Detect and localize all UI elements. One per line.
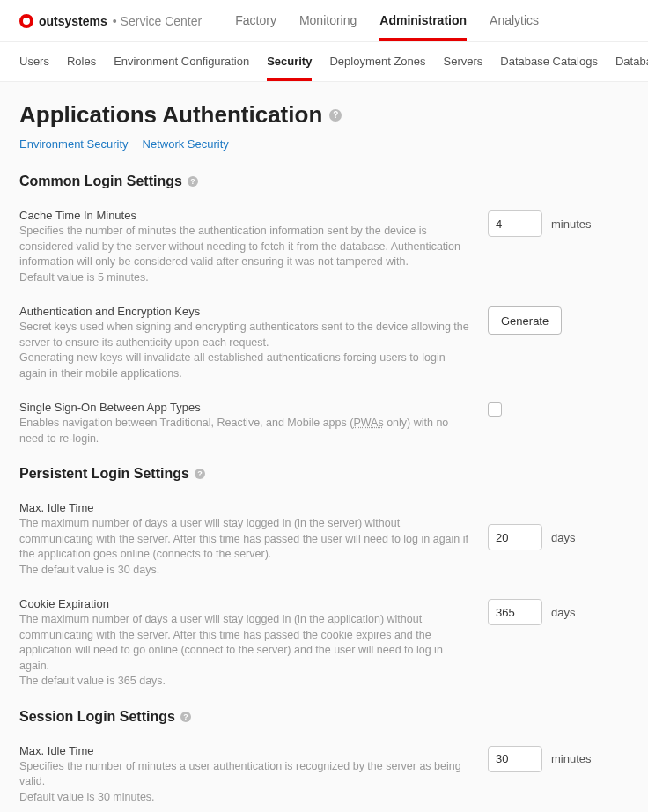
topnav-administration[interactable]: Administration bbox=[379, 1, 467, 41]
help-icon[interactable]: ? bbox=[188, 176, 198, 187]
pwas-tooltip[interactable]: PWAs bbox=[353, 417, 383, 429]
setting-label: Cache Time In Minutes bbox=[19, 209, 474, 222]
unit-label: days bbox=[551, 531, 575, 544]
page-title-text: Applications Authentication bbox=[19, 101, 322, 129]
setting-auth-keys: Authentication and Encryption Keys Secre… bbox=[19, 305, 629, 381]
subnav-users[interactable]: Users bbox=[19, 42, 49, 81]
brand-name: outsystems bbox=[39, 14, 107, 28]
setting-text: Single Sign-On Between App Types Enables… bbox=[19, 401, 474, 447]
setting-session-idle: Max. Idle Time Specifies the number of m… bbox=[19, 744, 629, 806]
brand-logo: outsystems • Service Center bbox=[19, 14, 202, 28]
section-common-heading-text: Common Login Settings bbox=[19, 173, 182, 189]
sub-nav: Users Roles Environment Configuration Se… bbox=[0, 42, 648, 82]
setting-label: Max. Idle Time bbox=[19, 744, 474, 757]
setting-label: Cookie Expiration bbox=[19, 597, 474, 610]
cookie-expiration-input[interactable] bbox=[488, 599, 542, 625]
top-nav: Factory Monitoring Administration Analyt… bbox=[235, 1, 539, 41]
link-network-security[interactable]: Network Security bbox=[143, 137, 229, 151]
unit-label: minutes bbox=[551, 752, 592, 765]
setting-text: Authentication and Encryption Keys Secre… bbox=[19, 305, 474, 381]
topnav-factory[interactable]: Factory bbox=[235, 1, 276, 41]
setting-control bbox=[488, 401, 629, 417]
setting-label: Single Sign-On Between App Types bbox=[19, 401, 474, 414]
setting-desc: Secret keys used when signing and encryp… bbox=[19, 320, 474, 381]
setting-cache-time: Cache Time In Minutes Specifies the numb… bbox=[19, 209, 629, 285]
setting-desc: The maximum number of days a user will s… bbox=[19, 516, 474, 578]
topnav-monitoring[interactable]: Monitoring bbox=[299, 1, 357, 41]
cache-time-input[interactable] bbox=[488, 210, 542, 237]
subnav-deployment-zones[interactable]: Deployment Zones bbox=[329, 42, 425, 81]
setting-desc: Specifies the number of minutes a user a… bbox=[19, 759, 474, 806]
section-common-heading: Common Login Settings ? bbox=[19, 173, 629, 189]
generate-button[interactable]: Generate bbox=[488, 306, 562, 335]
setting-text: Cache Time In Minutes Specifies the numb… bbox=[19, 209, 474, 285]
subnav-db-connections[interactable]: Database Connections bbox=[615, 42, 648, 81]
setting-text: Max. Idle Time Specifies the number of m… bbox=[19, 744, 474, 806]
persistent-idle-input[interactable] bbox=[488, 524, 542, 550]
topnav-analytics[interactable]: Analytics bbox=[490, 1, 539, 41]
setting-desc: Specifies the number of minutes the auth… bbox=[19, 224, 474, 285]
subnav-security[interactable]: Security bbox=[267, 42, 312, 81]
setting-control: minutes bbox=[488, 209, 629, 237]
setting-cookie-expiration: Cookie Expiration The maximum number of … bbox=[19, 597, 629, 690]
help-icon[interactable]: ? bbox=[329, 109, 342, 122]
session-idle-input[interactable] bbox=[488, 746, 542, 772]
sso-checkbox[interactable] bbox=[488, 402, 502, 417]
unit-label: days bbox=[551, 606, 575, 619]
setting-control: minutes bbox=[488, 744, 629, 772]
page-content: Applications Authentication ? Environmen… bbox=[0, 82, 648, 812]
subnav-env-config[interactable]: Environment Configuration bbox=[114, 42, 249, 81]
logo-icon bbox=[19, 14, 33, 28]
section-session-heading: Session Login Settings ? bbox=[19, 709, 629, 725]
setting-label: Max. Idle Time bbox=[19, 501, 474, 514]
setting-control: Generate bbox=[488, 305, 629, 335]
subnav-servers[interactable]: Servers bbox=[444, 42, 483, 81]
setting-control: days bbox=[488, 597, 629, 625]
page-title: Applications Authentication ? bbox=[19, 101, 629, 129]
section-persistent-heading: Persistent Login Settings ? bbox=[19, 466, 629, 482]
subnav-roles[interactable]: Roles bbox=[67, 42, 96, 81]
unit-label: minutes bbox=[551, 218, 592, 231]
subnav-db-catalogs[interactable]: Database Catalogs bbox=[500, 42, 598, 81]
setting-text: Cookie Expiration The maximum number of … bbox=[19, 597, 474, 690]
link-environment-security[interactable]: Environment Security bbox=[19, 137, 129, 151]
section-session-heading-text: Session Login Settings bbox=[19, 709, 175, 725]
page-sublinks: Environment Security Network Security bbox=[19, 137, 629, 151]
setting-persistent-idle: Max. Idle Time The maximum number of day… bbox=[19, 501, 629, 578]
help-icon[interactable]: ? bbox=[180, 712, 191, 722]
top-bar: outsystems • Service Center Factory Moni… bbox=[0, 0, 648, 42]
setting-text: Max. Idle Time The maximum number of day… bbox=[19, 501, 474, 578]
setting-control: days bbox=[488, 501, 629, 550]
setting-sso: Single Sign-On Between App Types Enables… bbox=[19, 401, 629, 447]
brand-sub: • Service Center bbox=[113, 14, 202, 28]
section-persistent-heading-text: Persistent Login Settings bbox=[19, 466, 189, 482]
setting-desc: Enables navigation between Traditional, … bbox=[19, 416, 474, 447]
help-icon[interactable]: ? bbox=[195, 469, 205, 479]
setting-label: Authentication and Encryption Keys bbox=[19, 305, 474, 318]
setting-desc: The maximum number of days a user will s… bbox=[19, 612, 474, 690]
